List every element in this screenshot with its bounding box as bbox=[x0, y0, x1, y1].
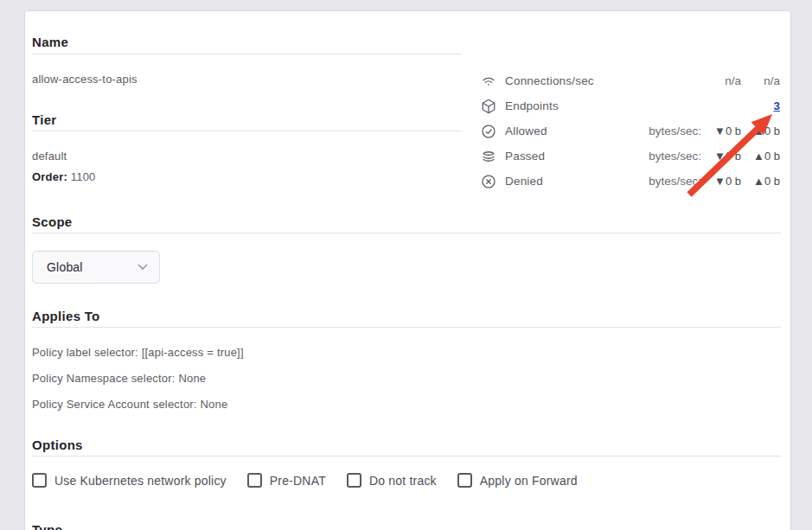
layers-icon bbox=[481, 149, 500, 164]
tier-divider bbox=[32, 131, 462, 131]
checkbox-label: Do not track bbox=[361, 474, 437, 488]
applies-to-heading: Applies To bbox=[32, 309, 100, 323]
stat-rate-label: bytes/sec: bbox=[615, 175, 701, 188]
policy-label-selector: Policy label selector: [[api-access = tr… bbox=[32, 346, 244, 359]
stat-value-in: ▼0 b bbox=[701, 150, 741, 163]
stat-row-allowed: Allowed bytes/sec: ▼0 b ▲0 b bbox=[481, 118, 780, 144]
checkbox-apply-on-forward[interactable]: Apply on Forward bbox=[457, 473, 578, 488]
stat-value-in: n/a bbox=[701, 74, 741, 87]
options-heading: Options bbox=[32, 437, 83, 452]
stat-value-out: n/a bbox=[741, 74, 780, 87]
stat-rate-label: bytes/sec: bbox=[615, 150, 701, 163]
name-heading: Name bbox=[32, 35, 68, 49]
checkbox-do-not-track[interactable]: Do not track bbox=[347, 473, 437, 488]
stat-label: Denied bbox=[500, 175, 615, 188]
checkbox-icon[interactable] bbox=[247, 473, 262, 488]
x-circle-icon bbox=[481, 174, 500, 189]
stat-label: Connections/sec bbox=[500, 74, 615, 87]
options-checkbox-row: Use Kubernetes network policy Pre-DNAT D… bbox=[32, 473, 578, 488]
order-label: Order: bbox=[32, 170, 67, 183]
checkbox-label: Use Kubernetes network policy bbox=[47, 474, 227, 488]
checkbox-label: Apply on Forward bbox=[472, 474, 578, 488]
stat-row-connections: Connections/sec n/a n/a bbox=[481, 68, 780, 93]
scope-heading: Scope bbox=[32, 214, 73, 229]
stat-value-out: ▲0 b bbox=[741, 175, 780, 188]
tier-heading: Tier bbox=[32, 112, 56, 127]
policy-namespace-selector: Policy Namespace selector: None bbox=[32, 372, 206, 385]
policy-detail-card: Name allow-access-to-apis Tier default O… bbox=[24, 10, 791, 530]
scope-dropdown-value: Global bbox=[47, 260, 83, 274]
type-heading: Type bbox=[32, 522, 62, 530]
cube-icon bbox=[481, 99, 500, 114]
stat-value-out: ▲0 b bbox=[741, 150, 780, 163]
checkbox-icon[interactable] bbox=[32, 473, 47, 488]
policy-detail-page: { "colors": { "page_background": "#e8e8e… bbox=[0, 0, 812, 530]
stat-rate-label: bytes/sec: bbox=[615, 125, 701, 137]
tier-order: Order: 1100 bbox=[32, 170, 96, 183]
checkbox-pre-dnat[interactable]: Pre-DNAT bbox=[247, 473, 326, 488]
tier-value: default bbox=[32, 150, 67, 163]
stat-label: Endpoints bbox=[500, 99, 615, 112]
stat-label: Allowed bbox=[500, 125, 615, 137]
stat-row-endpoints: Endpoints 3 bbox=[481, 93, 780, 118]
stat-row-passed: Passed bytes/sec: ▼0 b ▲0 b bbox=[481, 144, 780, 169]
stat-label: Passed bbox=[500, 150, 615, 163]
scope-dropdown[interactable]: Global bbox=[32, 251, 160, 284]
policy-service-account-selector: Policy Service Account selector: None bbox=[32, 398, 227, 411]
stat-value-in: ▼0 b bbox=[701, 175, 741, 188]
options-divider bbox=[32, 456, 781, 457]
stat-value-in: ▼0 b bbox=[701, 125, 741, 137]
checkbox-label: Pre-DNAT bbox=[262, 474, 326, 488]
scope-divider bbox=[32, 233, 781, 233]
checkbox-icon[interactable] bbox=[457, 473, 472, 488]
checkbox-use-kubernetes-network-policy[interactable]: Use Kubernetes network policy bbox=[32, 473, 227, 488]
traffic-stats-panel: Connections/sec n/a n/a Endpoints 3 bbox=[481, 68, 780, 194]
endpoints-count-link[interactable]: 3 bbox=[773, 99, 780, 112]
name-divider bbox=[32, 54, 462, 54]
checkbox-icon[interactable] bbox=[347, 473, 361, 488]
chevron-down-icon bbox=[137, 264, 148, 271]
stat-value-out: ▲0 b bbox=[741, 125, 780, 137]
order-value: 1100 bbox=[71, 170, 96, 183]
stat-row-denied: Denied bytes/sec: ▼0 b ▲0 b bbox=[481, 169, 780, 194]
check-circle-icon bbox=[481, 124, 500, 139]
applies-to-divider bbox=[32, 327, 781, 328]
policy-name-value: allow-access-to-apis bbox=[32, 73, 137, 86]
wifi-icon bbox=[481, 73, 500, 89]
